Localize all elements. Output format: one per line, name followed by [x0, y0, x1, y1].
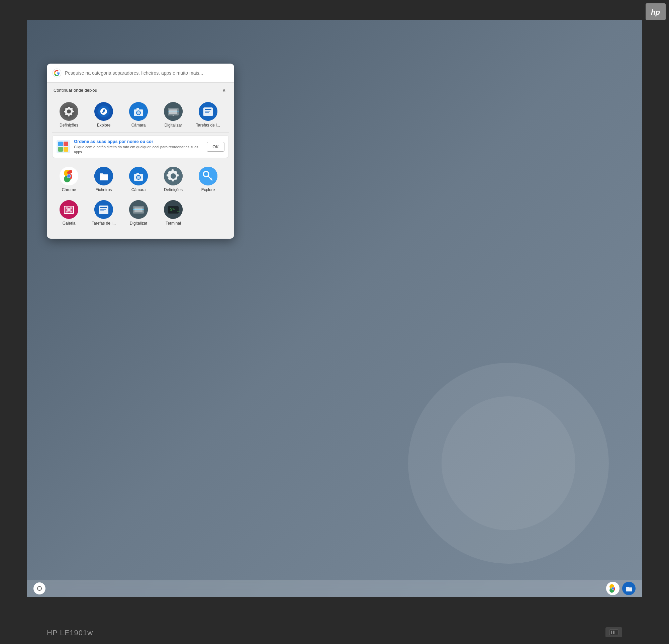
divider-1: [52, 132, 229, 132]
taskbar: [27, 580, 642, 597]
google-icon: [52, 68, 61, 78]
svg-rect-22: [58, 147, 63, 152]
scanner-icon-recent: ≡: [164, 102, 183, 121]
launcher-button[interactable]: [33, 583, 45, 594]
svg-text:≡: ≡: [173, 114, 174, 117]
svg-point-61: [612, 587, 614, 590]
svg-point-44: [70, 207, 72, 209]
svg-rect-21: [63, 142, 68, 146]
search-bar[interactable]: [47, 64, 234, 83]
svg-rect-8: [137, 108, 139, 110]
svg-point-7: [137, 111, 140, 114]
app-chrome[interactable]: Chrome: [52, 163, 86, 195]
settings-icon: [59, 102, 78, 121]
recent-app-digitalizar[interactable]: ≡ Digitalizar: [157, 99, 190, 131]
svg-rect-55: [134, 208, 142, 212]
svg-rect-48: [99, 206, 109, 214]
svg-rect-12: [169, 110, 177, 114]
app-terminal[interactable]: $> _ Terminal: [157, 197, 190, 229]
recent-section-title: Continuar onde deixou: [54, 88, 97, 93]
monitor-bezel: hp Continuar onde: [0, 0, 669, 644]
svg-point-3: [98, 106, 109, 117]
screen: Continuar onde deixou ∧ Definições: [27, 20, 642, 597]
app-digitalizar-label: Digitalizar: [130, 221, 147, 226]
recent-app-camara-label: Câmara: [131, 123, 146, 127]
files-icon: [94, 167, 113, 185]
app-digitalizar[interactable]: Digitalizar: [122, 197, 155, 229]
hp-logo: hp: [645, 3, 666, 20]
svg-text:hp: hp: [651, 8, 660, 16]
monitor-model: HP LE1901w: [47, 629, 93, 637]
svg-rect-15: [203, 108, 213, 116]
app-ficheiros-label: Ficheiros: [96, 187, 112, 192]
wallpaper-circle-2: [442, 396, 575, 530]
svg-point-26: [67, 174, 71, 178]
tasks-icon: [94, 200, 113, 219]
recent-app-camara[interactable]: Câmara: [122, 99, 155, 131]
tip-description: Clique com o botão direito do rato em qu…: [74, 144, 203, 154]
launcher-dot: [37, 586, 42, 591]
chrome-icon: [59, 167, 78, 185]
taskbar-chrome[interactable]: [606, 582, 620, 595]
app-definicoes[interactable]: Definições: [157, 163, 190, 195]
tip-ok-button[interactable]: OK: [207, 142, 225, 152]
tasks-icon-recent: [199, 102, 217, 121]
recent-app-definicoes[interactable]: Definições: [52, 99, 86, 131]
app-camara-label: Câmara: [131, 187, 146, 192]
all-apps-grid: Chrome Ficheiros: [47, 161, 234, 232]
app-terminal-label: Terminal: [166, 221, 181, 226]
section-header-recent: Continuar onde deixou ∧: [47, 83, 234, 96]
svg-rect-33: [137, 173, 139, 174]
explore-icon-recent: [94, 102, 113, 121]
app-definicoes-label: Definições: [164, 187, 183, 192]
settings-icon-2: [164, 167, 183, 185]
svg-rect-64: [613, 631, 614, 634]
svg-point-46: [70, 211, 72, 212]
app-camara[interactable]: Câmara: [122, 163, 155, 195]
app-launcher: Continuar onde deixou ∧ Definições: [47, 64, 234, 239]
app-tarefas[interactable]: Tarefas de i...: [87, 197, 120, 229]
svg-rect-20: [58, 142, 63, 146]
svg-rect-23: [63, 147, 68, 152]
app-tarefas-label: Tarefas de i...: [92, 221, 116, 226]
terminal-icon: $> _: [164, 200, 183, 219]
scanner-icon: [129, 200, 148, 219]
explore-icon: [199, 167, 217, 185]
app-ficheiros[interactable]: Ficheiros: [87, 163, 120, 195]
app-explore[interactable]: Explore: [191, 163, 225, 195]
tip-title: Ordene as suas apps por nome ou cor: [74, 139, 203, 144]
search-input[interactable]: [65, 70, 229, 76]
chevron-up-icon[interactable]: ∧: [221, 87, 227, 93]
tip-icon: [57, 140, 70, 153]
svg-rect-63: [611, 631, 612, 634]
monitor-button[interactable]: [606, 627, 622, 637]
tip-text: Ordene as suas apps por nome ou cor Cliq…: [74, 139, 203, 154]
gallery-icon: [59, 200, 78, 219]
app-explore-label: Explore: [201, 187, 215, 192]
tip-banner: Ordene as suas apps por nome ou cor Cliq…: [52, 135, 229, 158]
svg-point-32: [137, 176, 140, 179]
recent-app-tarefas[interactable]: Tarefas de i...: [191, 99, 225, 131]
taskbar-files[interactable]: [622, 582, 636, 595]
recent-app-tarefas-label: Tarefas de i...: [196, 123, 220, 127]
recent-app-digitalizar-label: Digitalizar: [165, 123, 182, 127]
recent-app-explore-label: Explore: [97, 123, 111, 127]
app-galeria[interactable]: Galeria: [52, 197, 86, 229]
recent-app-definicoes-label: Definições: [59, 123, 78, 127]
svg-point-43: [66, 207, 68, 209]
app-galeria-label: Galeria: [62, 221, 75, 226]
recent-app-explore[interactable]: Explore: [87, 99, 120, 131]
camera-icon: [129, 167, 148, 185]
svg-text:$> _: $> _: [170, 207, 180, 212]
app-chrome-label: Chrome: [62, 187, 76, 192]
svg-point-45: [66, 211, 68, 212]
recent-apps-grid: Definições Explore: [47, 96, 234, 131]
camera-icon-recent: [129, 102, 148, 121]
